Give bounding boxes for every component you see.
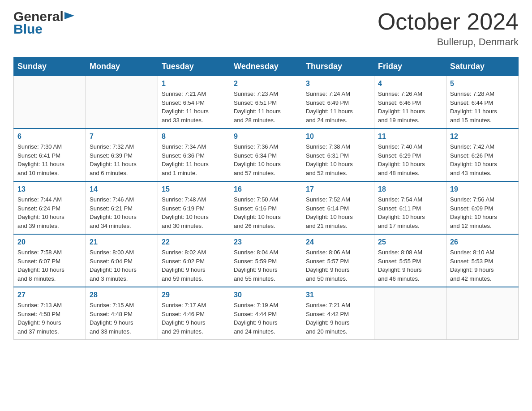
day-number: 12 bbox=[450, 133, 515, 141]
calendar-day-cell: 14Sunrise: 7:46 AM Sunset: 6:21 PM Dayli… bbox=[86, 181, 158, 234]
day-number: 27 bbox=[17, 291, 82, 299]
calendar-day-cell: 2Sunrise: 7:23 AM Sunset: 6:51 PM Daylig… bbox=[230, 76, 302, 129]
calendar-day-cell: 4Sunrise: 7:26 AM Sunset: 6:46 PM Daylig… bbox=[374, 76, 446, 129]
day-info: Sunrise: 7:21 AM Sunset: 6:54 PM Dayligh… bbox=[162, 90, 226, 124]
day-of-week-header: Tuesday bbox=[158, 57, 230, 76]
day-number: 15 bbox=[162, 185, 226, 193]
calendar-day-cell: 29Sunrise: 7:17 AM Sunset: 4:46 PM Dayli… bbox=[158, 287, 230, 340]
day-info: Sunrise: 7:38 AM Sunset: 6:31 PM Dayligh… bbox=[306, 142, 370, 177]
svg-marker-0 bbox=[64, 12, 74, 19]
day-number: 21 bbox=[90, 238, 154, 246]
calendar-day-cell: 20Sunrise: 7:58 AM Sunset: 6:07 PM Dayli… bbox=[14, 234, 86, 287]
day-number: 8 bbox=[162, 133, 226, 141]
calendar-day-cell: 22Sunrise: 8:02 AM Sunset: 6:02 PM Dayli… bbox=[158, 234, 230, 287]
day-number: 10 bbox=[306, 133, 370, 141]
day-info: Sunrise: 8:08 AM Sunset: 5:55 PM Dayligh… bbox=[378, 248, 442, 283]
calendar-day-cell: 8Sunrise: 7:34 AM Sunset: 6:36 PM Daylig… bbox=[158, 128, 230, 181]
day-info: Sunrise: 8:00 AM Sunset: 6:04 PM Dayligh… bbox=[90, 248, 154, 283]
day-number: 9 bbox=[234, 133, 298, 141]
day-info: Sunrise: 7:21 AM Sunset: 4:42 PM Dayligh… bbox=[306, 301, 370, 336]
location-title: Bullerup, Denmark bbox=[378, 36, 519, 48]
day-number: 16 bbox=[234, 185, 298, 193]
day-number: 23 bbox=[234, 238, 298, 246]
logo-triangle-icon bbox=[64, 12, 74, 22]
calendar-day-cell: 18Sunrise: 7:54 AM Sunset: 6:11 PM Dayli… bbox=[374, 181, 446, 234]
page-header: General Blue October 2024 Bullerup, Denm… bbox=[13, 9, 519, 48]
calendar-day-cell: 16Sunrise: 7:50 AM Sunset: 6:16 PM Dayli… bbox=[230, 181, 302, 234]
calendar-week-row: 1Sunrise: 7:21 AM Sunset: 6:54 PM Daylig… bbox=[14, 76, 519, 129]
day-of-week-header: Friday bbox=[374, 57, 446, 76]
day-info: Sunrise: 7:34 AM Sunset: 6:36 PM Dayligh… bbox=[162, 142, 226, 177]
day-info: Sunrise: 7:30 AM Sunset: 6:41 PM Dayligh… bbox=[17, 142, 82, 177]
calendar-day-cell: 21Sunrise: 8:00 AM Sunset: 6:04 PM Dayli… bbox=[86, 234, 158, 287]
day-number: 22 bbox=[162, 238, 226, 246]
day-info: Sunrise: 7:46 AM Sunset: 6:21 PM Dayligh… bbox=[90, 195, 154, 230]
day-number: 4 bbox=[378, 80, 442, 88]
day-number: 7 bbox=[90, 133, 154, 141]
title-block: October 2024 Bullerup, Denmark bbox=[378, 9, 519, 48]
calendar-header-row: SundayMondayTuesdayWednesdayThursdayFrid… bbox=[14, 57, 519, 76]
day-number: 31 bbox=[306, 291, 370, 299]
calendar-week-row: 27Sunrise: 7:13 AM Sunset: 4:50 PM Dayli… bbox=[14, 287, 519, 340]
calendar-day-cell: 13Sunrise: 7:44 AM Sunset: 6:24 PM Dayli… bbox=[14, 181, 86, 234]
day-number: 19 bbox=[450, 185, 515, 193]
day-info: Sunrise: 7:13 AM Sunset: 4:50 PM Dayligh… bbox=[17, 301, 82, 336]
day-info: Sunrise: 7:26 AM Sunset: 6:46 PM Dayligh… bbox=[378, 90, 442, 124]
day-number: 1 bbox=[162, 80, 226, 88]
day-info: Sunrise: 7:24 AM Sunset: 6:49 PM Dayligh… bbox=[306, 90, 370, 124]
day-info: Sunrise: 8:06 AM Sunset: 5:57 PM Dayligh… bbox=[306, 248, 370, 283]
calendar-day-cell bbox=[86, 76, 158, 129]
day-of-week-header: Saturday bbox=[446, 57, 519, 76]
calendar-day-cell: 7Sunrise: 7:32 AM Sunset: 6:39 PM Daylig… bbox=[86, 128, 158, 181]
day-info: Sunrise: 8:10 AM Sunset: 5:53 PM Dayligh… bbox=[450, 248, 515, 283]
day-number: 5 bbox=[450, 80, 515, 88]
calendar-day-cell: 17Sunrise: 7:52 AM Sunset: 6:14 PM Dayli… bbox=[302, 181, 374, 234]
day-number: 6 bbox=[17, 133, 82, 141]
calendar-day-cell: 26Sunrise: 8:10 AM Sunset: 5:53 PM Dayli… bbox=[446, 234, 519, 287]
day-number: 11 bbox=[378, 133, 442, 141]
day-number: 3 bbox=[306, 80, 370, 88]
day-info: Sunrise: 7:48 AM Sunset: 6:19 PM Dayligh… bbox=[162, 195, 226, 230]
month-title: October 2024 bbox=[378, 9, 519, 34]
calendar-day-cell: 5Sunrise: 7:28 AM Sunset: 6:44 PM Daylig… bbox=[446, 76, 519, 129]
day-info: Sunrise: 7:19 AM Sunset: 4:44 PM Dayligh… bbox=[234, 301, 298, 336]
day-info: Sunrise: 7:23 AM Sunset: 6:51 PM Dayligh… bbox=[234, 90, 298, 124]
day-info: Sunrise: 8:04 AM Sunset: 5:59 PM Dayligh… bbox=[234, 248, 298, 283]
day-number: 26 bbox=[450, 238, 515, 246]
calendar-day-cell: 10Sunrise: 7:38 AM Sunset: 6:31 PM Dayli… bbox=[302, 128, 374, 181]
day-of-week-header: Wednesday bbox=[230, 57, 302, 76]
day-number: 30 bbox=[234, 291, 298, 299]
calendar-day-cell: 15Sunrise: 7:48 AM Sunset: 6:19 PM Dayli… bbox=[158, 181, 230, 234]
logo-blue-text: Blue bbox=[13, 21, 43, 37]
day-info: Sunrise: 7:50 AM Sunset: 6:16 PM Dayligh… bbox=[234, 195, 298, 230]
day-info: Sunrise: 8:02 AM Sunset: 6:02 PM Dayligh… bbox=[162, 248, 226, 283]
day-info: Sunrise: 7:44 AM Sunset: 6:24 PM Dayligh… bbox=[17, 195, 82, 230]
calendar-week-row: 6Sunrise: 7:30 AM Sunset: 6:41 PM Daylig… bbox=[14, 128, 519, 181]
calendar-day-cell: 31Sunrise: 7:21 AM Sunset: 4:42 PM Dayli… bbox=[302, 287, 374, 340]
calendar-table: SundayMondayTuesdayWednesdayThursdayFrid… bbox=[13, 57, 519, 340]
day-number: 29 bbox=[162, 291, 226, 299]
day-info: Sunrise: 7:28 AM Sunset: 6:44 PM Dayligh… bbox=[450, 90, 515, 124]
day-number: 28 bbox=[90, 291, 154, 299]
calendar-day-cell: 11Sunrise: 7:40 AM Sunset: 6:29 PM Dayli… bbox=[374, 128, 446, 181]
day-of-week-header: Thursday bbox=[302, 57, 374, 76]
day-number: 14 bbox=[90, 185, 154, 193]
day-info: Sunrise: 7:15 AM Sunset: 4:48 PM Dayligh… bbox=[90, 301, 154, 336]
day-info: Sunrise: 7:54 AM Sunset: 6:11 PM Dayligh… bbox=[378, 195, 442, 230]
calendar-day-cell: 28Sunrise: 7:15 AM Sunset: 4:48 PM Dayli… bbox=[86, 287, 158, 340]
calendar-day-cell: 3Sunrise: 7:24 AM Sunset: 6:49 PM Daylig… bbox=[302, 76, 374, 129]
day-of-week-header: Sunday bbox=[14, 57, 86, 76]
calendar-day-cell: 9Sunrise: 7:36 AM Sunset: 6:34 PM Daylig… bbox=[230, 128, 302, 181]
calendar-day-cell bbox=[446, 287, 519, 340]
day-number: 2 bbox=[234, 80, 298, 88]
calendar-day-cell: 30Sunrise: 7:19 AM Sunset: 4:44 PM Dayli… bbox=[230, 287, 302, 340]
day-info: Sunrise: 7:56 AM Sunset: 6:09 PM Dayligh… bbox=[450, 195, 515, 230]
calendar-day-cell: 27Sunrise: 7:13 AM Sunset: 4:50 PM Dayli… bbox=[14, 287, 86, 340]
calendar-day-cell bbox=[14, 76, 86, 129]
calendar-day-cell bbox=[374, 287, 446, 340]
calendar-day-cell: 1Sunrise: 7:21 AM Sunset: 6:54 PM Daylig… bbox=[158, 76, 230, 129]
day-number: 13 bbox=[17, 185, 82, 193]
calendar-day-cell: 25Sunrise: 8:08 AM Sunset: 5:55 PM Dayli… bbox=[374, 234, 446, 287]
day-info: Sunrise: 7:32 AM Sunset: 6:39 PM Dayligh… bbox=[90, 142, 154, 177]
day-number: 17 bbox=[306, 185, 370, 193]
